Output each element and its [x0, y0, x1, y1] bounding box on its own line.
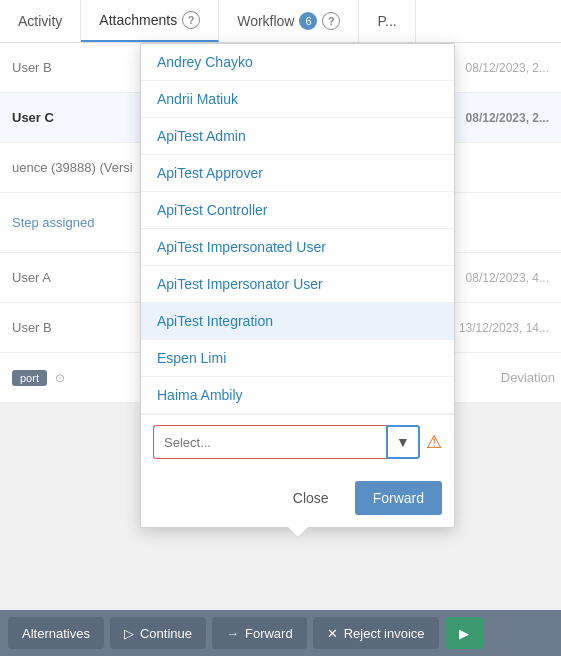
close-button[interactable]: Close	[275, 481, 347, 515]
alternatives-button[interactable]: Alternatives	[8, 617, 104, 649]
user-dropdown-modal: Andrey Chayko Andrii Matiuk ApiTest Admi…	[140, 43, 455, 528]
forward-toolbar-button[interactable]: → Forward	[212, 617, 307, 649]
continue-icon: ▷	[124, 626, 134, 641]
tab-attachments[interactable]: Attachments ?	[81, 0, 219, 42]
workflow-badge: 6	[299, 12, 317, 30]
dropdown-item-3[interactable]: ApiTest Admin	[141, 118, 454, 155]
dropdown-item-9[interactable]: Espen Limi	[141, 340, 454, 377]
tab-workflow[interactable]: Workflow 6 ?	[219, 0, 359, 42]
dropdown-item-7[interactable]: ApiTest Impersonator User	[141, 266, 454, 303]
forward-button[interactable]: Forward	[355, 481, 442, 515]
arrow-pointer	[288, 527, 308, 537]
continue-button[interactable]: ▷ Continue	[110, 617, 206, 649]
chevron-down-icon: ▼	[396, 434, 410, 450]
dropdown-item-4[interactable]: ApiTest Approver	[141, 155, 454, 192]
forward-icon: →	[226, 626, 239, 641]
dropdown-item-6[interactable]: ApiTest Impersonated User	[141, 229, 454, 266]
user-select-input[interactable]	[153, 425, 386, 459]
select-dropdown-button[interactable]: ▼	[386, 425, 420, 459]
dropdown-item-1[interactable]: Andrey Chayko	[141, 44, 454, 81]
dropdown-item-2[interactable]: Andrii Matiuk	[141, 81, 454, 118]
help-icon-attachments[interactable]: ?	[182, 11, 200, 29]
modal-footer: Close Forward	[141, 473, 454, 527]
select-area: ▼ ⚠	[141, 414, 454, 473]
bottom-toolbar: Alternatives ▷ Continue → Forward ✕ Reje…	[0, 610, 561, 656]
dropdown-item-5[interactable]: ApiTest Controller	[141, 192, 454, 229]
tabs-bar: Activity Attachments ? Workflow 6 ? P...	[0, 0, 561, 43]
dropdown-list: Andrey Chayko Andrii Matiuk ApiTest Admi…	[141, 44, 454, 414]
tab-activity[interactable]: Activity	[0, 0, 81, 42]
dropdown-item-10[interactable]: Haima Ambily	[141, 377, 454, 414]
reject-button[interactable]: ✕ Reject invoice	[313, 617, 439, 649]
dropdown-item-8[interactable]: ApiTest Integration	[141, 303, 454, 340]
help-icon-workflow[interactable]: ?	[322, 12, 340, 30]
tab-p[interactable]: P...	[359, 0, 415, 42]
reject-icon: ✕	[327, 626, 338, 641]
select-input-row: ▼ ⚠	[153, 425, 442, 459]
play-icon: ▶	[459, 626, 469, 641]
extra-button[interactable]: ▶	[445, 617, 483, 649]
warning-icon: ⚠	[426, 431, 442, 453]
